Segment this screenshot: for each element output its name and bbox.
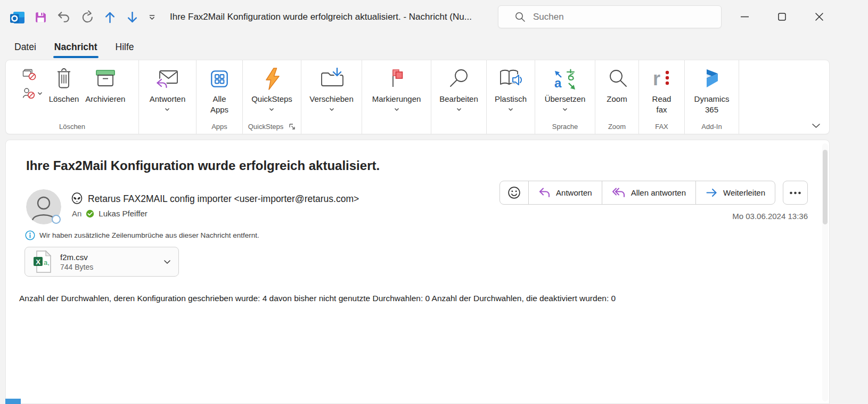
translate-button[interactable]: a Übersetzen [542,64,589,114]
minimize-button[interactable] [726,0,763,33]
editing-button[interactable]: Bearbeiten [436,64,481,114]
customize-toolbar-chevron-icon[interactable] [148,14,156,21]
svg-text:r: r [653,68,660,90]
message-pane: Ihre Fax2Mail Konfiguration wurde erfolg… [5,140,830,404]
close-button[interactable] [800,0,838,33]
ribbon: Löschen Archivieren Löschen [5,60,830,134]
flag-icon [386,67,407,91]
svg-text:X: X [36,258,40,266]
titlebar: Ihre Fax2Mail Konfiguration wurde erfolg… [0,0,868,34]
svg-text:a: a [554,76,562,90]
immersive-reader-button[interactable]: Plastisch [492,64,530,114]
book-speaker-icon [498,67,523,91]
ribbon-group-bearbeiten: Bearbeiten [431,60,487,134]
magnifier-icon [448,67,470,91]
reply-envelope-icon [155,67,179,91]
more-options-icon [789,191,801,195]
ribbon-group-addin: Dynamics 365 Add-In [685,60,739,134]
chevron-down-icon [812,123,821,128]
trash-icon [55,67,73,91]
zoom-button[interactable]: Zoom [603,64,631,107]
chevron-down-icon [269,108,274,111]
chevron-down-icon [508,108,513,111]
archive-button[interactable]: Archivieren [82,64,128,107]
translate-icon: a [553,67,577,91]
maximize-button[interactable] [763,0,800,33]
retarus-read-fax-icon: r [652,67,672,91]
ignore-mail-icon [22,69,37,81]
all-apps-button[interactable]: Alle Apps [203,64,235,117]
ribbon-group-quicksteps: QuickSteps QuickSteps [243,60,301,134]
more-options-button[interactable] [783,181,808,205]
sender-line: Retarus FAX2MAIL config importer <user-i… [71,192,359,205]
scrollbar[interactable] [822,143,828,401]
delete-button[interactable]: Löschen [46,64,83,107]
ignore-button[interactable] [22,69,43,81]
move-button[interactable]: Verschieben [306,64,357,114]
ribbon-group-apps: Alle Apps Apps [196,60,243,134]
tab-datei[interactable]: Datei [13,39,37,55]
bottom-blue-strip [5,399,21,404]
react-button[interactable] [500,181,528,204]
sender-name[interactable]: Retarus FAX2MAIL config importer <user-i… [88,193,359,205]
move-down-button[interactable] [126,11,139,24]
scrollbar-thumb[interactable] [823,150,828,224]
group-label-sprache: Sprache [535,119,595,134]
forward-button[interactable]: Weiterleiten [695,181,775,204]
ribbon-group-zoom: Zoom Zoom [595,60,639,134]
group-label-quicksteps: QuickSteps [243,119,301,134]
notice-text: Wir haben zusätzliche Zeilenumbrüche aus… [39,231,259,239]
read-fax-button[interactable]: r Read fax [646,64,677,117]
group-label-loeschen: Löschen [6,119,138,134]
recipient-line: An Lukas Pfeiffer [72,209,148,218]
search-input[interactable] [533,12,693,22]
message-body: Anzahl der Durchwahlen, deren Konfigurat… [19,294,807,303]
message-actions: Antworten Allen antworten Weiterlei [499,181,808,205]
collapse-ribbon-button[interactable] [812,123,821,128]
search-box[interactable] [498,5,722,28]
to-label: An [72,209,81,218]
tags-button[interactable]: Markierungen [369,64,424,114]
outlook-logo-icon [10,10,25,25]
ribbon-group-plastisch: Plastisch [487,60,535,134]
window-controls [726,0,838,33]
chevron-down-icon [394,108,399,111]
redo-button[interactable] [80,10,94,25]
undo-button[interactable] [56,10,71,25]
save-button[interactable] [34,11,47,24]
attachment-name: f2m.csv [60,253,156,262]
dialog-launcher-icon[interactable] [289,123,296,130]
block-sender-icon [22,87,35,99]
message-subject: Ihre Fax2Mail Konfiguration wurde erfolg… [26,158,380,173]
reply-all-button[interactable]: Allen antworten [602,181,695,204]
notice-bar: Wir haben zusätzliche Zeilenumbrüche aus… [25,230,259,240]
ribbon-group-markierungen: Markierungen [362,60,431,134]
group-label-apps: Apps [196,119,242,134]
recipient-name[interactable]: Lukas Pfeiffer [99,209,147,218]
ribbon-group-loeschen: Löschen Archivieren Löschen [6,60,139,134]
tab-hilfe[interactable]: Hilfe [114,39,135,55]
outlook-message-window: Ihre Fax2Mail Konfiguration wurde erfolg… [0,0,868,404]
tab-nachricht[interactable]: Nachricht [53,39,99,55]
quicksteps-button[interactable]: QuickSteps [248,64,296,114]
reply-menu-button[interactable]: Antworten [146,64,189,114]
chevron-down-icon [456,108,462,111]
reply-button[interactable]: Antworten [528,181,602,204]
chevron-down-icon [562,108,568,111]
message-date: Mo 03.06.2024 13:36 [732,212,808,221]
ribbon-group-antworten: Antworten [139,60,196,134]
attachment-card[interactable]: X a, f2m.csv 744 Bytes [24,247,179,277]
group-label-zoom: Zoom [595,119,638,134]
move-up-button[interactable] [103,11,117,24]
archive-icon [94,67,117,91]
presence-badge [52,215,61,224]
attachment-dropdown-chevron-icon[interactable] [163,260,171,264]
ribbon-group-fax: r Read fax FAX [639,60,685,134]
dynamics-365-button[interactable]: Dynamics 365 [687,64,736,117]
search-icon [514,11,526,22]
dynamics-365-icon [702,67,722,91]
block-sender-button[interactable] [22,87,43,99]
chevron-down-icon [37,92,43,95]
attachment-size: 744 Bytes [60,263,156,271]
forward-arrow-icon [706,187,718,198]
